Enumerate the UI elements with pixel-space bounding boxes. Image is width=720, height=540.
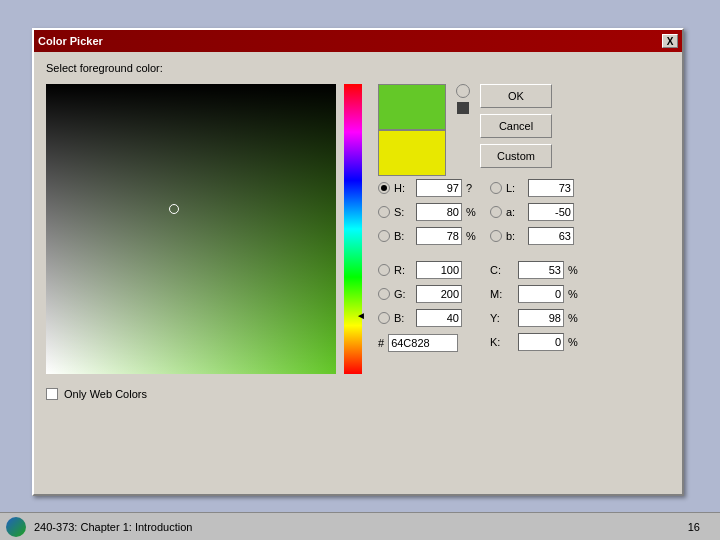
input-l[interactable] xyxy=(528,179,574,197)
cancel-button[interactable]: Cancel xyxy=(480,114,552,138)
input-b3[interactable] xyxy=(528,227,574,245)
label-s: S: xyxy=(394,206,412,218)
unit-k: % xyxy=(568,336,582,348)
taskbar-icon xyxy=(6,517,26,537)
field-row-g: G: xyxy=(378,284,480,304)
color-picker-dialog: Color Picker X Select foreground color: … xyxy=(32,28,684,496)
radio-r[interactable] xyxy=(378,264,390,276)
buttons-col: OK Cancel Custom xyxy=(480,84,552,168)
taskbar-page: 16 xyxy=(688,521,700,533)
dialog-content: Select foreground color: ◄ xyxy=(34,52,682,410)
compare-icons xyxy=(456,84,470,114)
label-l: L: xyxy=(506,182,524,194)
only-web-colors-checkbox[interactable] xyxy=(46,388,58,400)
unit-b: % xyxy=(466,230,480,242)
color-preview-current xyxy=(378,130,446,176)
label-a: a: xyxy=(506,206,524,218)
field-row-b3: b: xyxy=(490,226,582,246)
label-y: Y: xyxy=(490,312,514,324)
unit-y: % xyxy=(568,312,582,324)
label-r: R: xyxy=(394,264,412,276)
taskbar-text: 240-373: Chapter 1: Introduction xyxy=(34,521,192,533)
spectrum-slider[interactable]: ◄ xyxy=(344,84,366,374)
hash-row: # xyxy=(378,334,480,352)
hash-input[interactable] xyxy=(388,334,458,352)
select-label: Select foreground color: xyxy=(46,62,670,74)
label-b2: B: xyxy=(394,312,412,324)
input-b[interactable] xyxy=(416,227,462,245)
field-row-a: a: xyxy=(490,202,582,222)
custom-button[interactable]: Custom xyxy=(480,144,552,168)
label-c: C: xyxy=(490,264,514,276)
hsb-rgb-fields: H: ? S: % xyxy=(378,178,480,352)
input-k[interactable] xyxy=(518,333,564,351)
label-k: K: xyxy=(490,336,514,348)
unit-c: % xyxy=(568,264,582,276)
gradient-circle xyxy=(169,204,179,214)
label-b3: b: xyxy=(506,230,524,242)
field-row-m: M: % xyxy=(490,284,582,304)
right-section: OK Cancel Custom H: ? xyxy=(378,84,582,352)
field-row-h: H: ? xyxy=(378,178,480,198)
field-row-b2: B: xyxy=(378,308,480,328)
radio-b[interactable] xyxy=(378,230,390,242)
taskbar: 240-373: Chapter 1: Introduction 16 xyxy=(0,512,720,540)
close-button[interactable]: X xyxy=(662,34,678,48)
input-m[interactable] xyxy=(518,285,564,303)
preview-area xyxy=(378,84,446,176)
radio-a[interactable] xyxy=(490,206,502,218)
spectrum-bar xyxy=(344,84,362,374)
unit-h: ? xyxy=(466,182,480,194)
field-row-c: C: % xyxy=(490,260,582,280)
radio-l[interactable] xyxy=(490,182,502,194)
lab-cmyk-fields: L: a: b: xyxy=(490,178,582,352)
input-s[interactable] xyxy=(416,203,462,221)
radio-h[interactable] xyxy=(378,182,390,194)
field-row-k: K: % xyxy=(490,332,582,352)
color-gradient[interactable] xyxy=(46,84,336,374)
input-r[interactable] xyxy=(416,261,462,279)
unit-s: % xyxy=(466,206,480,218)
input-g[interactable] xyxy=(416,285,462,303)
input-c[interactable] xyxy=(518,261,564,279)
unit-m: % xyxy=(568,288,582,300)
circle-icon xyxy=(456,84,470,98)
label-h: H: xyxy=(394,182,412,194)
color-preview-new xyxy=(378,84,446,130)
radio-g[interactable] xyxy=(378,288,390,300)
input-b2[interactable] xyxy=(416,309,462,327)
input-y[interactable] xyxy=(518,309,564,327)
ok-button[interactable]: OK xyxy=(480,84,552,108)
only-web-colors-label: Only Web Colors xyxy=(64,388,147,400)
checkbox-row: Only Web Colors xyxy=(46,388,670,400)
gradient-bg xyxy=(46,84,336,374)
fields-right: H: ? S: % xyxy=(378,178,582,352)
spectrum-arrow: ◄ xyxy=(356,310,366,321)
label-b: B: xyxy=(394,230,412,242)
input-h[interactable] xyxy=(416,179,462,197)
field-row-l: L: xyxy=(490,178,582,198)
square-icon xyxy=(457,102,469,114)
main-row: ◄ OK xyxy=(46,84,670,374)
dialog-titlebar: Color Picker X xyxy=(34,30,682,52)
label-g: G: xyxy=(394,288,412,300)
hash-symbol: # xyxy=(378,337,384,349)
radio-b3[interactable] xyxy=(490,230,502,242)
field-row-b: B: % xyxy=(378,226,480,246)
field-row-s: S: % xyxy=(378,202,480,222)
label-m: M: xyxy=(490,288,514,300)
field-row-y: Y: % xyxy=(490,308,582,328)
radio-b2[interactable] xyxy=(378,312,390,324)
field-row-r: R: xyxy=(378,260,480,280)
radio-s[interactable] xyxy=(378,206,390,218)
input-a[interactable] xyxy=(528,203,574,221)
dialog-title: Color Picker xyxy=(38,35,103,47)
